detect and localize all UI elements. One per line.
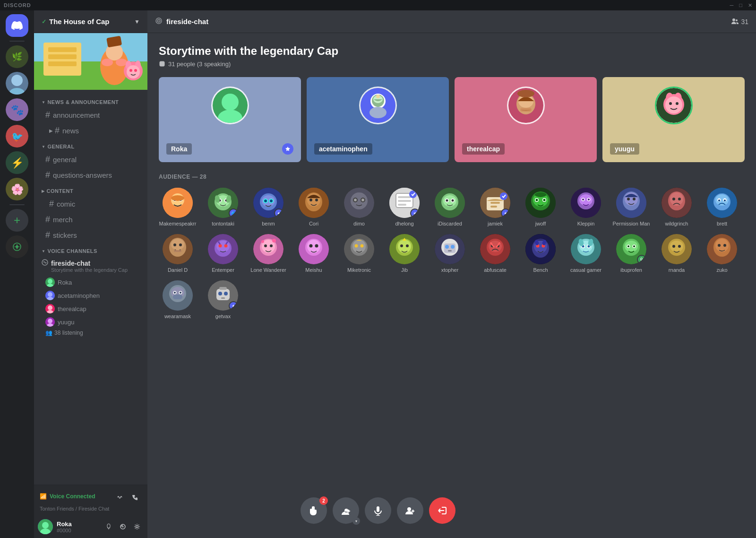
svg-point-143: [627, 198, 630, 200]
audience-member-zuko[interactable]: zuko: [703, 234, 741, 273]
speaker-card-therealcap[interactable]: therealcap: [455, 77, 597, 162]
speaker-card-yuugu[interactable]: yuugu: [602, 77, 745, 162]
topbar-channel-name: fireside-chat: [166, 17, 208, 26]
category-news-announcement[interactable]: ▼ NEWS & ANNOUNCEMENT: [34, 97, 147, 107]
audience-member-getvax[interactable]: ★ getvax: [204, 280, 242, 319]
audience-member-permission-man[interactable]: Permission Man: [612, 188, 650, 226]
invite-button[interactable]: ▾: [333, 497, 359, 524]
audience-member-xtopher[interactable]: xtopher: [431, 234, 469, 273]
people-icon: 👥: [45, 330, 52, 336]
user-panel: Roka #0000: [34, 515, 147, 538]
maximize-button[interactable]: □: [739, 2, 742, 9]
explore-servers-button[interactable]: [6, 235, 28, 258]
channel-stickers[interactable]: # stickers: [38, 227, 144, 243]
add-server-button[interactable]: +: [6, 209, 28, 232]
leave-stage-button[interactable]: [429, 497, 455, 524]
audience-member-jwoff[interactable]: jwoff: [522, 188, 559, 226]
people-count: 31 people (3 speaking): [168, 61, 231, 68]
category-general[interactable]: ▼ GENERAL: [34, 142, 147, 151]
category-content[interactable]: ▶ CONTENT: [34, 186, 147, 196]
close-button[interactable]: ✕: [748, 2, 752, 9]
speaker-card-roka[interactable]: Roka: [159, 77, 301, 162]
discord-home-button[interactable]: [6, 14, 28, 37]
svg-point-147: [670, 192, 683, 206]
audience-member-meishu[interactable]: Meishu: [295, 234, 333, 273]
hash-icon: #: [55, 126, 60, 136]
audience-member-casual-gamer[interactable]: casual gamer: [567, 234, 605, 273]
audience-member-wildgrinch[interactable]: wildgrinch: [658, 188, 696, 226]
speaker-avatar-wrapper: [464, 87, 587, 130]
mute-button[interactable]: [102, 520, 115, 533]
audience-member-bench[interactable]: Bench: [522, 234, 559, 273]
server-icon-5[interactable]: ⚡: [6, 151, 28, 174]
speaker-avatar-wrapper: [612, 87, 735, 130]
voice-member-therealcap[interactable]: therealcap: [42, 302, 144, 315]
svg-point-102: [351, 192, 368, 209]
channel-questions-answers[interactable]: # questions-answers: [38, 167, 144, 182]
audience-member-name: Kleppin: [577, 221, 595, 226]
voice-member-acetaminophen[interactable]: acetaminophen: [42, 289, 144, 302]
audience-member-dhelong[interactable]: ★ dhelong: [386, 188, 423, 226]
svg-rect-110: [398, 200, 411, 202]
audience-member-wearamask[interactable]: wearamask: [159, 280, 197, 319]
audience-member-daniel-d[interactable]: Daniel D: [159, 234, 197, 273]
add-speaker-button[interactable]: [397, 497, 423, 524]
svg-point-50: [158, 20, 159, 21]
audience-member-benm[interactable]: ✦ benm: [249, 188, 287, 226]
audience-member-makemespeakrr[interactable]: Makemespeakrr: [159, 188, 197, 226]
audience-member-abfuscate[interactable]: abfuscate: [476, 234, 514, 273]
svg-rect-241: [173, 295, 182, 299]
audience-member-cori[interactable]: Cori: [295, 188, 333, 226]
audience-member-tontontaki[interactable]: 🔷 tontontaki: [204, 188, 242, 226]
voice-member-yuugu[interactable]: yuugu: [42, 315, 144, 329]
server-icon-1[interactable]: 🌿: [6, 45, 28, 68]
audience-member-jib[interactable]: Jib: [386, 234, 423, 273]
minimize-button[interactable]: ─: [730, 2, 734, 9]
audience-member-rnanda[interactable]: rnanda: [658, 234, 696, 273]
deafen-button[interactable]: [116, 520, 129, 533]
channel-announcement[interactable]: # announcement: [38, 107, 144, 122]
channel-general[interactable]: # general: [38, 152, 144, 167]
audience-member-ibuprofen[interactable]: 🎙 ibuprofen: [612, 234, 650, 273]
audience-member-brett[interactable]: brett: [703, 188, 741, 226]
vc-phone-button[interactable]: [129, 491, 142, 504]
server-header[interactable]: ✓ The House of Cap ▼: [34, 10, 147, 33]
svg-point-193: [445, 245, 449, 249]
raise-hand-button[interactable]: 2: [301, 497, 327, 524]
server-icon-3[interactable]: 🐾: [6, 98, 28, 121]
server-separator: [9, 41, 25, 42]
topbar-channel: fireside-chat: [155, 17, 208, 26]
avatar: [525, 188, 556, 218]
category-voice-channels[interactable]: ▼ VOICE CHANNELS: [34, 246, 147, 256]
speaker-card-acetaminophen[interactable]: acetaminophen: [307, 77, 449, 162]
voice-member-roka[interactable]: Roka: [42, 276, 144, 289]
svg-point-172: [270, 244, 273, 247]
channel-merch[interactable]: # merch: [38, 212, 144, 227]
audience-member-kleppin[interactable]: Kleppin: [567, 188, 605, 226]
audience-member-entemper[interactable]: Entemper: [204, 234, 242, 273]
audience-member-lone-wanderer[interactable]: Lone Wanderer: [249, 234, 287, 273]
server-list: 🌿 🐾 🐦 ⚡ 🌸 +: [0, 10, 34, 538]
avatar: [45, 278, 55, 287]
audience-member-miketronic[interactable]: Miketronic: [340, 234, 378, 273]
voice-member-name: therealcap: [58, 305, 86, 312]
channel-comic[interactable]: # comic: [38, 196, 144, 211]
topbar: fireside-chat 31: [147, 10, 756, 33]
settings-button[interactable]: [130, 520, 144, 533]
audience-member-dimo[interactable]: dimo: [340, 188, 378, 226]
server-icon-6[interactable]: 🌸: [6, 178, 28, 200]
audience-member-jamiek[interactable]: ★ jamiek: [476, 188, 514, 226]
server-icon-2[interactable]: [6, 72, 28, 95]
audience-member-idiscarded[interactable]: iDiscarded: [431, 188, 469, 226]
vc-wave-button[interactable]: [113, 491, 127, 504]
voice-channel-header[interactable]: fireside-chat Storytime with the legenda…: [38, 256, 144, 276]
voice-channel-name-row: fireside-chat: [42, 259, 90, 267]
server-icon-4[interactable]: 🐦: [6, 125, 28, 148]
category-triangle-icon: ▼: [42, 249, 45, 253]
speaker-name-yuugu: yuugu: [610, 143, 639, 155]
mic-button[interactable]: [365, 497, 391, 524]
svg-point-34: [48, 292, 52, 297]
svg-point-71: [669, 102, 672, 105]
channel-news[interactable]: ▶ # news: [38, 123, 144, 138]
audience-member-name: Permission Man: [613, 221, 650, 226]
